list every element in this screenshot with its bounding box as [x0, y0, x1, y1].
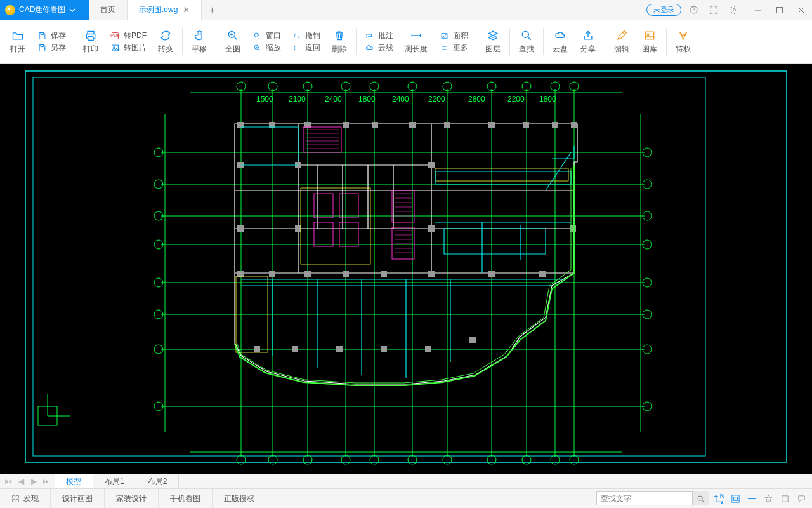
svg-rect-112 — [469, 337, 476, 343]
coords-toggle-icon[interactable]: N — [712, 491, 726, 505]
last-layout-button[interactable]: ⏭ — [41, 476, 52, 487]
tab-home[interactable]: 首页 — [89, 0, 128, 20]
annotate-icon — [365, 31, 374, 41]
status-discover[interactable]: 发现 — [0, 489, 51, 508]
book-icon[interactable] — [778, 491, 792, 505]
minimize-button[interactable] — [747, 0, 769, 20]
maximize-button[interactable] — [769, 0, 790, 20]
find-button[interactable]: 查找 — [513, 23, 540, 60]
area-button[interactable]: 面积 — [439, 30, 468, 41]
tabs: 首页 示例图.dwg ✕ + — [89, 0, 222, 20]
vip-button[interactable]: 特权 — [669, 23, 697, 60]
feedback-icon[interactable] — [794, 491, 808, 505]
folder-open-icon — [11, 29, 24, 42]
hand-icon — [193, 29, 206, 42]
zoom-extents-button[interactable]: 全图 — [219, 23, 247, 60]
share-button[interactable]: 分享 — [574, 23, 602, 60]
svg-point-2 — [733, 8, 735, 11]
undo-button[interactable]: 撤销 — [291, 30, 320, 41]
close-icon[interactable]: ✕ — [183, 5, 190, 15]
save-button[interactable]: 保存 — [37, 30, 66, 41]
svg-rect-155 — [13, 499, 15, 502]
open-button[interactable]: 打开 — [4, 23, 32, 60]
more-icon — [440, 43, 449, 53]
add-tab-button[interactable]: + — [202, 0, 222, 20]
close-button[interactable] — [790, 0, 812, 20]
login-button[interactable]: 未登录 — [646, 4, 681, 16]
title-bar: CAD迷你看图 首页 示例图.dwg ✕ + 未登录 ? — [0, 0, 812, 20]
clouddisk-button[interactable]: 云盘 — [546, 23, 574, 60]
star-icon[interactable] — [761, 491, 775, 505]
svg-rect-107 — [254, 346, 260, 352]
convert-button[interactable]: 转换 — [152, 23, 180, 60]
svg-text:2200: 2200 — [508, 95, 525, 104]
print-icon — [84, 29, 97, 42]
annotate-button[interactable]: 批注 — [364, 30, 393, 41]
print-button[interactable]: 打印 — [77, 23, 105, 60]
saveas-button[interactable]: 另存 — [37, 43, 66, 53]
fullscreen-icon[interactable] — [705, 2, 722, 18]
tab-file[interactable]: 示例图.dwg ✕ — [128, 0, 202, 20]
save-icon — [37, 31, 47, 41]
svg-text:?: ? — [691, 5, 695, 13]
svg-rect-91 — [571, 122, 577, 128]
extents-toggle-icon[interactable] — [728, 491, 742, 505]
app-title-block[interactable]: CAD迷你看图 — [0, 0, 89, 20]
crosshair-toggle-icon[interactable] — [745, 491, 759, 505]
svg-point-157 — [698, 496, 702, 500]
next-layout-button[interactable]: ▶ — [28, 476, 39, 487]
svg-text:2800: 2800 — [468, 95, 485, 104]
svg-rect-102 — [343, 271, 349, 277]
cloudline-button[interactable]: 云线 — [364, 43, 393, 53]
layers-button[interactable]: 图层 — [479, 23, 507, 60]
svg-rect-96 — [295, 225, 301, 232]
svg-rect-110 — [381, 346, 387, 352]
edit-icon — [615, 29, 628, 42]
svg-rect-156 — [16, 499, 18, 502]
svg-line-158 — [702, 500, 704, 501]
status-mobile[interactable]: 手机看图 — [159, 489, 213, 508]
share-icon — [582, 29, 594, 42]
svg-rect-99 — [237, 271, 244, 277]
back-button[interactable]: 返回 — [291, 43, 320, 53]
help-icon[interactable]: ? — [685, 2, 702, 18]
layout-tab-2[interactable]: 布局2 — [136, 474, 180, 488]
status-design[interactable]: 设计画图 — [51, 489, 105, 508]
svg-point-14 — [522, 31, 528, 37]
svg-rect-89 — [523, 122, 529, 128]
topdf-button[interactable]: PDF转PDF — [110, 30, 147, 41]
layers-icon — [487, 29, 499, 42]
svg-rect-86 — [409, 122, 416, 128]
svg-rect-160 — [731, 495, 738, 502]
image-icon — [110, 43, 120, 53]
cad-drawing: 150021002400180024002200280022001800 — [0, 64, 812, 470]
svg-rect-15 — [645, 32, 653, 39]
app-logo-icon — [5, 5, 15, 15]
layout-tab-1[interactable]: 布局1 — [93, 474, 136, 488]
edit-button[interactable]: 编辑 — [608, 23, 636, 60]
gear-icon[interactable] — [726, 2, 742, 18]
svg-rect-4 — [777, 7, 783, 13]
svg-rect-100 — [269, 271, 275, 277]
zoom-window-button[interactable]: 窗口 — [252, 30, 281, 41]
drawing-canvas[interactable]: 150021002400180024002200280022001800 — [0, 64, 812, 474]
status-home[interactable]: 家装设计 — [105, 489, 159, 508]
status-license[interactable]: 正版授权 — [213, 489, 266, 508]
cloud-disk-icon — [554, 29, 566, 42]
search-button[interactable] — [692, 491, 709, 505]
cloud-icon — [365, 43, 374, 53]
delete-button[interactable]: 删除 — [325, 23, 353, 60]
layout-tab-model[interactable]: 模型 — [55, 474, 93, 488]
pan-button[interactable]: 平移 — [185, 23, 213, 60]
measure-button[interactable]: 测长度 — [398, 23, 434, 60]
more-button[interactable]: 更多 — [439, 43, 468, 53]
vip-icon — [677, 29, 690, 42]
convert-icon — [159, 29, 172, 42]
search-input[interactable] — [597, 494, 692, 503]
library-button[interactable]: 图库 — [636, 23, 664, 60]
toimage-button[interactable]: 转图片 — [110, 43, 147, 53]
first-layout-button[interactable]: ⏮ — [3, 476, 14, 487]
prev-layout-button[interactable]: ◀ — [15, 476, 27, 487]
zoom-scale-button[interactable]: 缩放 — [252, 43, 281, 53]
svg-rect-97 — [428, 225, 435, 232]
